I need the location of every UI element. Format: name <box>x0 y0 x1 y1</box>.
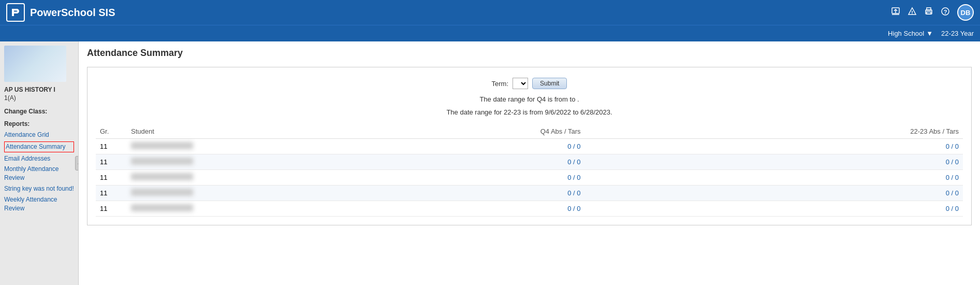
sidebar-item-attendance-grid[interactable]: Attendance Grid <box>4 131 74 139</box>
cell-grade: 11 <box>96 154 127 169</box>
svg-point-4 <box>912 13 913 15</box>
cell-grade: 11 <box>96 138 127 154</box>
attendance-form-panel: Term: Submit The date range for Q4 is fr… <box>87 67 972 225</box>
avatar-initials: DB <box>961 9 971 17</box>
term-selector-row: Term: Submit <box>96 78 963 89</box>
cell-q4-abs-tars: 0 / 0 <box>261 185 584 201</box>
sidebar-item-monthly-attendance[interactable]: Monthly Attendance Review <box>4 165 74 182</box>
page-title: Attendance Summary <box>87 48 972 59</box>
col-header-grade: Gr. <box>96 124 127 139</box>
svg-rect-6 <box>927 8 931 10</box>
cell-year-abs-tars: 0 / 0 <box>584 169 963 185</box>
cell-student-name <box>127 185 261 201</box>
cell-grade: 11 <box>96 185 127 201</box>
export-icon[interactable] <box>891 7 900 18</box>
table-row: 110 / 00 / 0 <box>96 185 963 201</box>
term-select[interactable] <box>513 78 528 89</box>
school-selector[interactable]: High School ▼ <box>888 30 933 37</box>
school-name: High School <box>888 30 924 37</box>
cell-year-abs-tars: 0 / 0 <box>584 154 963 169</box>
user-avatar[interactable]: DB <box>957 4 974 21</box>
school-dropdown-icon: ▼ <box>926 30 933 37</box>
sidebar: ◄ AP US HISTORY I 1(A) Change Class: Rep… <box>0 41 79 285</box>
sidebar-item-string-key[interactable]: String key was not found! <box>4 184 74 193</box>
alert-icon[interactable] <box>908 7 917 18</box>
attendance-table: Gr. Student Q4 Abs / Tars 22-23 Abs / Ta… <box>96 124 963 217</box>
table-row: 110 / 00 / 0 <box>96 201 963 216</box>
sidebar-item-email-addresses[interactable]: Email Addresses <box>4 154 74 163</box>
term-label: Term: <box>492 80 509 88</box>
cell-q4-abs-tars: 0 / 0 <box>261 154 584 169</box>
submit-button[interactable]: Submit <box>532 78 567 89</box>
sidebar-reports-label: Reports: <box>4 120 74 127</box>
cell-grade: 11 <box>96 201 127 216</box>
svg-text:?: ? <box>944 9 947 15</box>
cell-year-abs-tars: 0 / 0 <box>584 138 963 154</box>
sidebar-thumbnail-image <box>4 46 66 82</box>
cell-grade: 11 <box>96 169 127 185</box>
app-logo: PowerSchool SIS <box>6 3 891 22</box>
cell-student-name <box>127 154 261 169</box>
top-nav-icons: ? DB <box>891 4 974 21</box>
table-row: 110 / 00 / 0 <box>96 169 963 185</box>
cell-year-abs-tars: 0 / 0 <box>584 201 963 216</box>
main-wrapper: ◄ AP US HISTORY I 1(A) Change Class: Rep… <box>0 41 980 285</box>
date-range-year-text: The date range for 22-23 is from 9/6/202… <box>96 107 963 118</box>
main-content: Attendance Summary Term: Submit The date… <box>79 41 980 285</box>
sidebar-section: 1(A) <box>4 94 74 102</box>
col-header-q4: Q4 Abs / Tars <box>261 124 584 139</box>
cell-year-abs-tars: 0 / 0 <box>584 185 963 201</box>
top-nav-bar: PowerSchool SIS <box>0 0 980 25</box>
sidebar-item-weekly-attendance[interactable]: Weekly Attendance Review <box>4 195 74 213</box>
cell-q4-abs-tars: 0 / 0 <box>261 138 584 154</box>
logo-icon <box>6 3 25 22</box>
date-range-q4-text: The date range for Q4 is from to . <box>96 94 963 105</box>
table-header-row: Gr. Student Q4 Abs / Tars 22-23 Abs / Ta… <box>96 124 963 139</box>
svg-rect-7 <box>927 12 931 14</box>
print-icon[interactable] <box>924 7 933 18</box>
cell-student-name <box>127 201 261 216</box>
col-header-year: 22-23 Abs / Tars <box>584 124 963 139</box>
sidebar-item-attendance-summary[interactable]: Attendance Summary <box>4 141 74 152</box>
cell-student-name <box>127 169 261 185</box>
table-row: 110 / 00 / 0 <box>96 138 963 154</box>
school-year: 22-23 Year <box>941 30 974 37</box>
cell-q4-abs-tars: 0 / 0 <box>261 169 584 185</box>
col-header-student: Student <box>127 124 261 139</box>
table-row: 110 / 00 / 0 <box>96 154 963 169</box>
sub-nav-bar: High School ▼ 22-23 Year <box>0 25 980 41</box>
sidebar-course-name: AP US HISTORY I <box>4 86 74 93</box>
sidebar-change-class-label: Change Class: <box>4 108 74 115</box>
cell-student-name <box>127 138 261 154</box>
sidebar-collapse-button[interactable]: ◄ <box>75 156 79 170</box>
cell-q4-abs-tars: 0 / 0 <box>261 201 584 216</box>
app-name: PowerSchool SIS <box>30 7 115 19</box>
help-icon[interactable]: ? <box>941 7 950 18</box>
